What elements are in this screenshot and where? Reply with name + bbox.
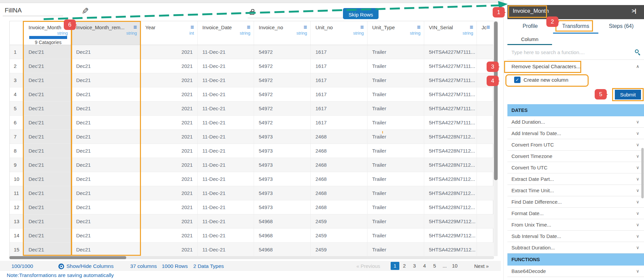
cell-invoice-month[interactable]: Dec'21 (24, 102, 71, 116)
panel-tab[interactable]: Profile (507, 19, 553, 34)
column-menu-icon[interactable]: ≡ (303, 25, 307, 30)
cell-vin-serial[interactable]: 5HTSA4228N7112... (424, 130, 477, 144)
pagination-page[interactable]: 2 (399, 262, 409, 270)
cell-job[interactable] (477, 158, 494, 172)
cell-invoice-month-rem[interactable]: Dec21 (71, 73, 141, 87)
cell-job[interactable] (477, 214, 494, 229)
cell-unit-no[interactable]: 2459 (311, 229, 367, 243)
cell-year[interactable]: 2021 (141, 214, 198, 229)
cell-job[interactable] (477, 59, 494, 73)
chevron-up-icon[interactable]: ∧ (636, 60, 639, 73)
cell-invoice-month-rem[interactable]: Dec21 (71, 59, 141, 73)
cell-invoice-month[interactable]: Dec'21 (24, 172, 71, 186)
chevron-down-icon[interactable]: ∨ (636, 242, 639, 253)
cell-job[interactable] (477, 172, 494, 186)
function-list-item[interactable]: Base64Decode ∨ (507, 266, 644, 277)
table-row[interactable]: 3 Dec'21 Dec21 2021 11-Dec-21 54972 1617… (10, 73, 493, 87)
create-new-column-label[interactable]: Create new column (524, 77, 568, 83)
cell-unit-no[interactable]: 1617 (311, 116, 367, 130)
cell-vin-serial[interactable]: 5HTSA4229M7112... (424, 214, 477, 229)
column-header[interactable]: Job_ ≡ (477, 21, 494, 45)
pagination-page[interactable]: 1 (391, 262, 399, 270)
table-row[interactable]: 10 Dec'21 Dec21 2021 11-Dec-21 54973 246… (10, 172, 493, 186)
horizontal-scrollbar-thumb[interactable] (9, 256, 126, 259)
cell-invoice-month[interactable]: Dec'21 (24, 73, 71, 87)
chevron-down-icon[interactable]: ∨ (636, 116, 639, 128)
cell-invoice-month[interactable]: Dec'21 (24, 144, 71, 158)
function-list-item[interactable]: Convert To UTC ∨ (507, 162, 644, 173)
cell-year[interactable]: 2021 (141, 73, 198, 87)
table-row[interactable]: 8 Dec'21 Dec21 2021 11-Dec-21 54973 2468… (10, 144, 493, 158)
cell-unit-type[interactable]: Trailer (367, 73, 424, 87)
pagination-page[interactable]: 5 (430, 262, 440, 270)
create-new-column-checkbox[interactable]: ✓ (514, 77, 521, 83)
cell-invoice-month[interactable]: Dec'21 (24, 87, 71, 102)
chevron-down-icon[interactable]: ∨ (636, 196, 639, 208)
function-list-item[interactable]: Convert From UTC ∨ (507, 139, 644, 151)
function-list-item[interactable]: Add Interval To Date... ∨ (507, 128, 644, 139)
table-row[interactable]: 14 Dec'21 Dec21 2021 11-Dec-21 54968 245… (10, 229, 493, 243)
function-list-item[interactable]: Format Date... ∨ (507, 208, 644, 219)
lock-icon[interactable] (250, 11, 254, 15)
table-row[interactable]: 7 Dec'21 Dec21 2021 11-Dec-21 54973 2468… (10, 130, 493, 144)
pagination-page[interactable]: 4 (419, 262, 430, 270)
cell-year[interactable]: 2021 (141, 158, 198, 172)
cell-job[interactable] (477, 229, 494, 243)
cell-vin-serial[interactable]: 5HTSA4227M7111... (424, 45, 477, 59)
table-row[interactable]: 13 Dec'21 Dec21 2021 11-Dec-21 54968 245… (10, 214, 493, 229)
cell-unit-type[interactable]: Trailer (367, 200, 424, 214)
table-row[interactable]: 1 Dec'21 Dec21 2021 11-Dec-21 54972 1617… (10, 45, 493, 59)
cell-invoice-no[interactable]: 54973 (254, 144, 311, 158)
cell-year[interactable]: 2021 (141, 116, 198, 130)
column-header[interactable]: Invoice_Date ≡ string (198, 21, 254, 45)
cell-vin-serial[interactable]: 5HTSA4229M7112... (424, 243, 477, 257)
cell-invoice-month-rem[interactable]: Dec21 (71, 116, 141, 130)
cell-invoice-no[interactable]: 54972 (254, 87, 311, 102)
pagination-page[interactable]: ... (440, 262, 450, 270)
panel-scrollbar-thumb[interactable] (641, 148, 644, 198)
cell-unit-type[interactable]: Trailer (367, 102, 424, 116)
table-row[interactable]: 5 Dec'21 Dec21 2021 11-Dec-21 54972 1617… (10, 102, 493, 116)
cell-invoice-month[interactable]: Dec'21 (24, 130, 71, 144)
cell-invoice-month-rem[interactable]: Dec21 (71, 229, 141, 243)
cell-vin-serial[interactable]: 5HTSA4228N7112... (424, 158, 477, 172)
cell-vin-serial[interactable]: 5HTSA4227M7111... (424, 59, 477, 73)
column-header[interactable]: Unit_Type ≡ string (367, 21, 424, 45)
table-row[interactable]: 12 Dec'21 Dec21 2021 11-Dec-21 54973 246… (10, 200, 493, 214)
cell-unit-type[interactable]: Trailer (367, 87, 424, 102)
cell-invoice-date[interactable]: 11-Dec-21 (198, 59, 254, 73)
column-menu-icon[interactable]: ≡ (133, 25, 137, 30)
pagination-page[interactable]: 3 (409, 262, 419, 270)
cell-invoice-month-rem[interactable]: Dec21 (71, 130, 141, 144)
cell-invoice-month[interactable]: Dec'21 (24, 214, 71, 229)
table-row[interactable]: 4 Dec'21 Dec21 2021 11-Dec-21 54972 1617… (10, 87, 493, 102)
cell-unit-no[interactable]: 1617 (311, 73, 367, 87)
cell-invoice-no[interactable]: 54973 (254, 200, 311, 214)
function-list-item[interactable]: Subtract Duration... ∨ (507, 242, 644, 253)
chevron-down-icon[interactable]: ∨ (636, 208, 639, 219)
chevron-down-icon[interactable]: ∨ (636, 162, 639, 173)
cell-invoice-date[interactable]: 11-Dec-21 (198, 200, 254, 214)
cell-invoice-date[interactable]: 11-Dec-21 (198, 144, 254, 158)
cell-vin-serial[interactable]: 5HTSA4227M7111... (424, 102, 477, 116)
cell-unit-no[interactable]: 2468 (311, 144, 367, 158)
cell-job[interactable] (477, 200, 494, 214)
cell-unit-type[interactable]: Trailer (367, 186, 424, 200)
cell-invoice-no[interactable]: 54972 (254, 59, 311, 73)
collapse-panel-icon[interactable]: >| (632, 8, 636, 14)
pagination-page[interactable]: 10 (450, 262, 460, 270)
cell-unit-no[interactable]: 2468 (311, 158, 367, 172)
cell-invoice-month-rem[interactable]: Dec21 (71, 144, 141, 158)
column-header[interactable]: Invoice_Month_rem... ≡ string (71, 21, 141, 45)
cell-unit-no[interactable]: 1617 (311, 45, 367, 59)
cell-invoice-no[interactable]: 54972 (254, 45, 311, 59)
cell-invoice-month[interactable]: Dec'21 (24, 59, 71, 73)
pagination-next[interactable]: Next » (474, 263, 489, 269)
cell-unit-type[interactable]: Trailer (367, 172, 424, 186)
cell-invoice-month[interactable]: Dec'21 (24, 200, 71, 214)
cell-vin-serial[interactable]: 5HTSA4228N7112... (424, 200, 477, 214)
pagination-previous[interactable]: « Previous (356, 263, 380, 269)
vertical-scrollbar-thumb[interactable] (494, 22, 498, 180)
cell-unit-no[interactable]: 2459 (311, 243, 367, 257)
cell-unit-no[interactable]: 2468 (311, 130, 367, 144)
